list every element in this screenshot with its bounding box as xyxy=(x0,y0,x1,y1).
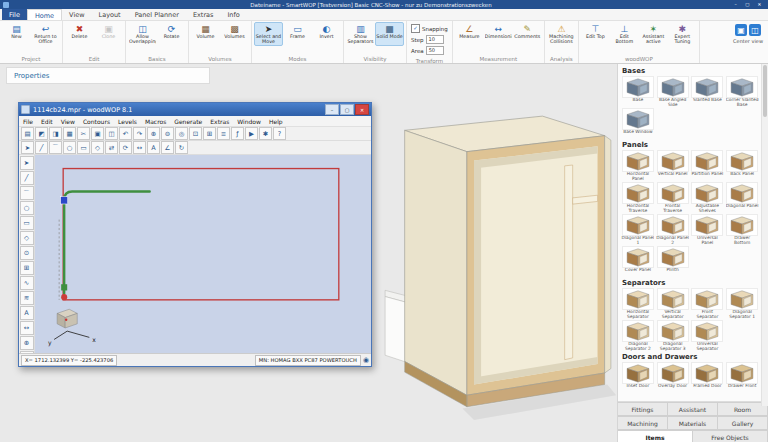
ribbon-tab-file[interactable]: File xyxy=(2,9,27,20)
copy-icon[interactable]: ▣ xyxy=(91,127,104,140)
ribbon-tab-info[interactable]: Info xyxy=(220,9,246,20)
library-item-horizontal-separator[interactable]: Horizontal Separator xyxy=(621,288,655,319)
library-item-partition-panel[interactable]: Partition Panel xyxy=(691,150,725,181)
center-view-button[interactable]: ▣ xyxy=(735,24,747,36)
allow-overlapping-button[interactable]: ◫Allow Overlapping xyxy=(128,22,157,46)
variables-icon[interactable]: ƒ xyxy=(231,127,244,140)
library-item-diagonal-separator-3[interactable]: Diagonal Separator 3 xyxy=(656,320,690,351)
woodwop-menu-generate[interactable]: Generate xyxy=(170,118,206,125)
library-item-universal-separator[interactable]: Universal Separator xyxy=(691,320,725,351)
library-item-slanted-base[interactable]: Slanted Base xyxy=(691,76,725,107)
zoom-in-icon[interactable]: ⊕ xyxy=(147,127,160,140)
paste-icon[interactable]: ◫ xyxy=(105,127,118,140)
library-tab-materials[interactable]: Materials xyxy=(668,416,718,430)
library-item-diagonal-panel-1[interactable]: Diagonal Panel 1 xyxy=(621,214,655,245)
library-tab-assistant[interactable]: Assistant xyxy=(668,402,718,416)
redo-icon[interactable]: ↷ xyxy=(133,127,146,140)
assistant-active-button[interactable]: ✶Assistant active xyxy=(639,22,668,46)
zoom-out-icon[interactable]: ⊖ xyxy=(161,127,174,140)
library-item-vertical-separator[interactable]: Vertical Separator xyxy=(656,288,690,319)
ribbon-tab-view[interactable]: View xyxy=(62,9,91,20)
mirror-icon[interactable]: ⇄ xyxy=(105,141,118,154)
edit-top-button[interactable]: ⊤Edit Top xyxy=(581,22,610,46)
grid-icon[interactable]: ⊞ xyxy=(203,127,216,140)
measure-button[interactable]: ∠Measure xyxy=(455,22,484,46)
woodwop-menu-macros[interactable]: Macros xyxy=(141,118,170,125)
volumes-button[interactable]: ▩Volumes xyxy=(220,22,249,46)
library-item-horizontal-traverse[interactable]: Horizontal Traverse xyxy=(621,182,655,213)
woodwop-titlebar[interactable]: 1114cb24.mpr - woodWOP 8.1 – ▢ ✕ xyxy=(19,103,371,116)
woodwop-menu-contours[interactable]: Contours xyxy=(79,118,114,125)
library-item-horizontal-panel[interactable]: Horizontal Panel xyxy=(621,150,655,181)
library-tab-machining[interactable]: Machining xyxy=(618,416,668,430)
new-button[interactable]: ▤New xyxy=(2,22,31,46)
rectangle-icon[interactable]: ▭ xyxy=(77,141,90,154)
simulation-icon[interactable]: ▶ xyxy=(245,127,258,140)
saw-icon[interactable]: ≋ xyxy=(20,291,34,305)
end-point-marker[interactable] xyxy=(61,284,67,290)
woodwop-menu-file[interactable]: File xyxy=(19,118,37,125)
text-icon[interactable]: A xyxy=(20,306,34,320)
woodwop-minimize-icon[interactable]: – xyxy=(325,104,339,115)
library-scrollbar[interactable] xyxy=(761,64,768,406)
new-icon[interactable]: ▤ xyxy=(21,127,34,140)
library-item-overlay-door[interactable]: Overlay Door xyxy=(656,362,690,393)
woodwop-canvas[interactable]: x y xyxy=(35,155,371,353)
invert-button[interactable]: ◐Invert xyxy=(312,22,341,46)
polygon-icon[interactable]: ◇ xyxy=(20,231,34,245)
library-item-front-separator[interactable]: Front Separator xyxy=(691,288,725,319)
library-item-frontal-traverse[interactable]: Frontal Traverse xyxy=(656,182,690,213)
library-tab-fittings[interactable]: Fittings xyxy=(618,402,668,416)
show-separators-button[interactable]: ▥Show Separators xyxy=(346,22,375,46)
library-item-universal-panel[interactable]: Universal Panel xyxy=(691,214,725,245)
rotate-icon[interactable]: ⟳ xyxy=(119,141,132,154)
zoom-icon[interactable]: ⊕ xyxy=(20,336,34,350)
ribbon-tab-extras[interactable]: Extras xyxy=(186,9,221,20)
fit-view-button[interactable]: ◫ xyxy=(749,24,761,36)
circle-icon[interactable]: ○ xyxy=(20,201,34,215)
drill-icon[interactable]: ⊙ xyxy=(20,246,34,260)
woodwop-window[interactable]: 1114cb24.mpr - woodWOP 8.1 – ▢ ✕ FileEdi… xyxy=(18,102,372,367)
delete-button[interactable]: ✖Delete xyxy=(65,22,94,46)
pocket-icon[interactable]: ⊞ xyxy=(20,261,34,275)
library-tab-gallery[interactable]: Gallery xyxy=(718,416,768,430)
open-icon[interactable]: ◩ xyxy=(35,127,48,140)
line-icon[interactable]: ╱ xyxy=(35,141,48,154)
polygon-icon[interactable]: ◇ xyxy=(91,141,104,154)
dimension-icon[interactable]: ↔ xyxy=(133,141,146,154)
library-item-adjustable-shelves[interactable]: Adjustable Shelves xyxy=(691,182,725,213)
dimension-icon[interactable]: ↔ xyxy=(20,321,34,335)
print-icon[interactable]: ▦ xyxy=(63,127,76,140)
woodwop-menu-extras[interactable]: Extras xyxy=(206,118,233,125)
help-icon[interactable]: ? xyxy=(273,127,286,140)
library-item-vertical-panel[interactable]: Vertical Panel xyxy=(656,150,690,181)
line-icon[interactable]: ╱ xyxy=(20,171,34,185)
arc-icon[interactable]: ⌒ xyxy=(20,186,34,200)
ribbon-tab-home[interactable]: Home xyxy=(27,9,62,20)
library-item-corner-slanted-base[interactable]: Corner Slanted Base xyxy=(725,76,759,107)
step-input[interactable]: 10 xyxy=(426,35,444,44)
library-item-diagonal-panel-2[interactable]: Diagonal Panel 2 xyxy=(656,214,690,245)
select-and-move-button[interactable]: ➤Select and Move xyxy=(254,22,283,46)
library-item-base-angled-side[interactable]: Base Angled Side xyxy=(656,76,690,107)
scrollbar-thumb[interactable] xyxy=(763,65,767,117)
maximize-icon[interactable]: ▢ xyxy=(742,1,753,9)
volume-button[interactable]: ▦Volume xyxy=(191,22,220,46)
library-item-cover-panel[interactable]: Cover Panel xyxy=(621,246,655,277)
cut-icon[interactable]: ✂ xyxy=(77,127,90,140)
edit-bottom-button[interactable]: ⊥Edit Bottom xyxy=(610,22,639,46)
layers-icon[interactable]: ≡ xyxy=(217,127,230,140)
undo-icon[interactable]: ↶ xyxy=(119,127,132,140)
woodwop-menu-edit[interactable]: Edit xyxy=(37,118,57,125)
start-point-marker[interactable] xyxy=(61,197,68,204)
clone-button[interactable]: ▣Clone xyxy=(94,22,123,46)
return-to-office-button[interactable]: ↩Return to Office xyxy=(31,22,60,46)
rectangle-icon[interactable]: ▭ xyxy=(20,216,34,230)
woodwop-maximize-icon[interactable]: ▢ xyxy=(340,104,354,115)
expert-tuning-button[interactable]: ✱Expert Tuning xyxy=(668,22,697,46)
library-item-diagonal-panel[interactable]: Diagonal Panel xyxy=(725,182,759,213)
measure-icon[interactable]: ∠ xyxy=(161,141,174,154)
solid-mode-button[interactable]: ■Solid Mode xyxy=(375,22,404,46)
machining-collisions-button[interactable]: ⚠Machining Collisions xyxy=(547,22,576,46)
zoom-window-icon[interactable]: ⊡ xyxy=(189,127,202,140)
